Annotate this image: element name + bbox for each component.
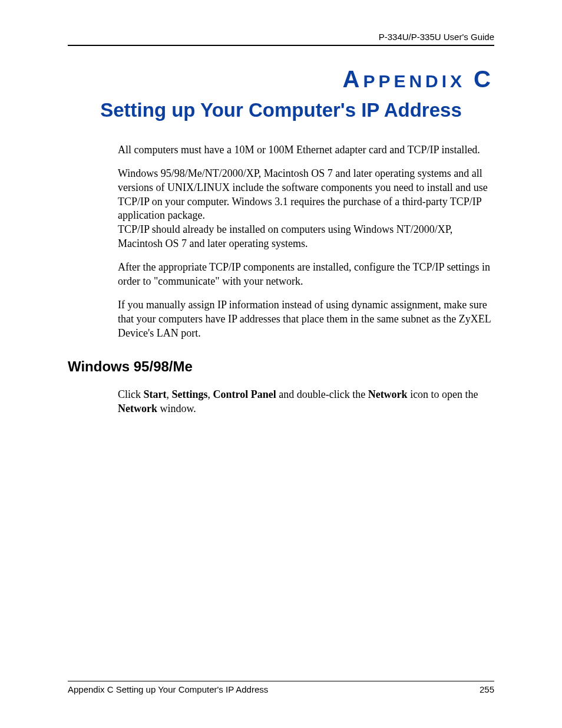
p6-sep1: , <box>167 388 172 400</box>
p6-end: window. <box>157 403 196 414</box>
p6-bold-control-panel: Control Panel <box>213 388 276 400</box>
paragraph-3: TCP/IP should already be installed on co… <box>118 223 494 251</box>
footer-left: Appendix C Setting up Your Computer's IP… <box>68 684 268 694</box>
footer-page-number: 255 <box>480 684 494 694</box>
p6-bold-settings: Settings <box>172 388 208 400</box>
paragraph-6: Click Start, Settings, Control Panel and… <box>118 388 494 416</box>
paragraph-4: After the appropriate TCP/IP components … <box>118 261 494 289</box>
p6-bold-start: Start <box>144 388 167 400</box>
p6-mid2: icon to open the <box>408 388 478 400</box>
p6-bold-network-2: Network <box>118 403 157 414</box>
appendix-label-ppendix: PPENDIX <box>363 71 465 91</box>
header-rule <box>68 45 494 46</box>
section-heading: Windows 95/98/Me <box>68 358 193 375</box>
p6-bold-network-1: Network <box>368 388 408 400</box>
p6-sep2: , <box>208 388 213 400</box>
paragraph-2: Windows 95/98/Me/NT/2000/XP, Macintosh O… <box>118 167 494 223</box>
paragraph-5: If you manually assign IP information in… <box>118 298 494 340</box>
appendix-label: APPENDIXC <box>68 66 494 93</box>
footer-rule <box>68 681 494 681</box>
header-guide-name: P-334U/P-335U User's Guide <box>379 32 494 42</box>
p6-mid: and double-click the <box>276 388 368 400</box>
appendix-label-a: A <box>343 66 363 92</box>
paragraph-1: All computers must have a 10M or 100M Et… <box>118 143 494 157</box>
document-page: P-334U/P-335U User's Guide APPENDIXC Set… <box>0 0 562 728</box>
p6-pre: Click <box>118 388 144 400</box>
chapter-title: Setting up Your Computer's IP Address <box>68 99 494 121</box>
appendix-label-letter: C <box>474 66 494 92</box>
